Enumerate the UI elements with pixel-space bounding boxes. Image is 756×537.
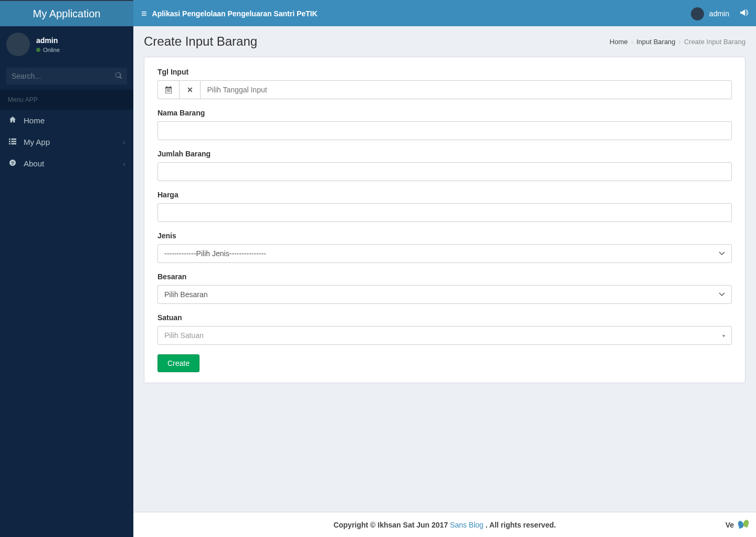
harga-field[interactable] xyxy=(158,203,732,222)
content: Tgl Input Nama Barang xyxy=(133,57,756,394)
avatar-icon xyxy=(691,7,704,20)
sidebar-item-label: Home xyxy=(24,116,125,125)
version-prefix: Ve xyxy=(726,521,734,529)
breadcrumb-separator: › xyxy=(679,38,681,46)
create-button[interactable]: Create xyxy=(158,354,200,372)
blog-link[interactable]: Sans Blog xyxy=(450,521,484,529)
search-icon xyxy=(115,72,122,79)
nama-barang-field[interactable] xyxy=(158,121,732,140)
sidebar-item-myapp[interactable]: My App xyxy=(0,131,133,153)
sidebar-item-label: My App xyxy=(24,138,117,146)
datepicker-open-button[interactable] xyxy=(158,80,179,99)
list-icon xyxy=(8,138,17,146)
logo[interactable]: My Application xyxy=(0,0,133,26)
chevron-left-icon xyxy=(123,138,125,146)
navbar: Aplikasi Pengelolaan Pengeluaran Santri … xyxy=(133,0,756,26)
datepicker-clear-button[interactable] xyxy=(179,80,201,99)
besaran-label: Besaran xyxy=(158,272,732,281)
search-input[interactable] xyxy=(6,68,109,85)
bullhorn-icon[interactable] xyxy=(740,8,748,19)
search-button[interactable] xyxy=(109,68,127,85)
chevron-down-icon: ▾ xyxy=(722,333,725,339)
satuan-label: Satuan xyxy=(158,313,732,322)
app-title: Aplikasi Pengelolaan Pengeluaran Santri … xyxy=(152,9,318,18)
sidebar-item-home[interactable]: Home xyxy=(0,110,133,131)
user-name-label: admin xyxy=(709,9,729,18)
content-wrapper: Create Input Barang Home › Input Barang … xyxy=(133,26,756,537)
calendar-icon xyxy=(165,86,172,93)
rights-text: . All rights reserved. xyxy=(486,521,556,529)
user-menu[interactable]: admin xyxy=(691,7,729,20)
user-panel: admin Online xyxy=(0,26,133,62)
svg-text:?: ? xyxy=(11,161,14,166)
nama-barang-label: Nama Barang xyxy=(158,109,732,117)
status-dot-icon xyxy=(36,48,40,52)
footer: Copyright © Ikhsan Sat Jun 2017 Sans Blo… xyxy=(133,512,756,537)
harga-label: Harga xyxy=(158,191,732,199)
breadcrumb-home[interactable]: Home xyxy=(610,38,628,46)
breadcrumb-input-barang[interactable]: Input Barang xyxy=(636,38,675,46)
sidebar-user-name: admin xyxy=(36,36,60,45)
jenis-label: Jenis xyxy=(158,231,732,240)
close-icon xyxy=(187,86,193,94)
sidebar-item-label: About xyxy=(24,159,117,168)
satuan-select[interactable]: Pilih Satuan ▾ xyxy=(158,326,732,345)
copyright-text: Copyright © Ikhsan Sat Jun 2017 xyxy=(333,521,450,529)
page-title: Create Input Barang xyxy=(144,34,257,49)
jumlah-barang-label: Jumlah Barang xyxy=(158,150,732,158)
main-header: My Application Aplikasi Pengelolaan Peng… xyxy=(0,0,756,26)
user-status-label: Online xyxy=(43,47,60,53)
avatar-icon xyxy=(6,33,30,56)
breadcrumb-current: Create Input Barang xyxy=(684,38,746,46)
tgl-input-label: Tgl Input xyxy=(158,68,732,76)
user-status: Online xyxy=(36,47,60,53)
jenis-select[interactable]: -------------Pilih Jenis--------------- xyxy=(158,244,732,263)
question-icon: ? xyxy=(8,159,17,168)
sidebar: admin Online Menu APP xyxy=(0,26,133,537)
satuan-placeholder: Pilih Satuan xyxy=(164,331,204,340)
breadcrumb: Home › Input Barang › Create Input Baran… xyxy=(610,38,746,46)
form-box: Tgl Input Nama Barang xyxy=(144,57,746,383)
yii-logo-icon xyxy=(737,519,750,531)
sidebar-menu-header: Menu APP xyxy=(0,90,133,110)
home-icon xyxy=(8,116,17,125)
breadcrumb-separator: › xyxy=(631,38,633,46)
besaran-select[interactable]: Pilih Besaran xyxy=(158,285,732,304)
sidebar-menu: Home My App ? About xyxy=(0,110,133,174)
sidebar-item-about[interactable]: ? About xyxy=(0,153,133,174)
content-header: Create Input Barang Home › Input Barang … xyxy=(133,26,756,57)
sidebar-search xyxy=(0,62,133,90)
jumlah-barang-field[interactable] xyxy=(158,162,732,181)
sidebar-toggle[interactable] xyxy=(141,8,147,19)
tgl-input-field[interactable] xyxy=(200,80,732,99)
chevron-left-icon xyxy=(123,160,125,168)
